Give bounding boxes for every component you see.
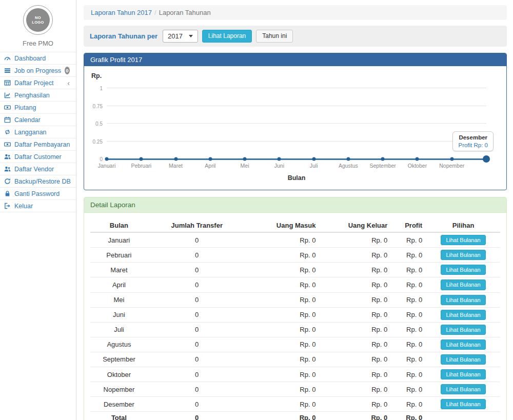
data-point-juli[interactable] <box>312 157 315 161</box>
table-cell: Rp. 0 <box>391 397 426 412</box>
y-tick-label: 0.75 <box>87 103 103 109</box>
lihat-bulanan-button[interactable]: Lihat Bulanan <box>441 354 485 365</box>
y-tick-label: 1 <box>87 86 103 91</box>
sidebar-item-label: Dashboard <box>14 55 46 62</box>
y-tick-label: 0.5 <box>87 121 103 127</box>
sidebar-item-label: Daftar Pembayaran <box>14 141 70 148</box>
data-point-september[interactable] <box>381 157 385 161</box>
lihat-bulanan-button[interactable]: Lihat Bulanan <box>441 310 485 320</box>
data-point-agustus[interactable] <box>346 157 350 161</box>
data-point-nopember[interactable] <box>450 157 453 161</box>
table-cell: Rp. 0 <box>391 232 426 248</box>
sidebar-item-langganan[interactable]: Langganan <box>0 126 76 138</box>
lihat-bulanan-button[interactable]: Lihat Bulanan <box>441 250 485 260</box>
table-cell: Rp. 0 <box>246 232 320 248</box>
table-cell: 0 <box>148 248 246 263</box>
detail-laporan-panel: Detail Laporan BulanJumlah TransferUang … <box>84 197 507 420</box>
table-cell: Rp. 0 <box>246 292 320 307</box>
report-table-body: BulanJumlah TransferUang MasukUang Kelua… <box>84 213 506 420</box>
sidebar-item-label: Daftar Project <box>14 79 53 87</box>
sidebar-item-label: Penghasilan <box>14 92 50 99</box>
table-cell-action: Lihat Bulanan <box>426 367 500 382</box>
gridline <box>107 88 486 88</box>
table-cell: Rp. 0 <box>320 232 391 248</box>
sidebar-item-backup-restore-db[interactable]: Backup/Restore DB <box>0 175 76 188</box>
sidebar-item-daftar-customer[interactable]: Daftar Customer <box>0 151 76 163</box>
lihat-bulanan-button[interactable]: Lihat Bulanan <box>441 265 485 275</box>
table-cell: Rp. 0 <box>246 263 320 277</box>
tooltip-value: Profit Rp: 0 <box>458 142 488 148</box>
x-tick-label: Januari <box>98 163 115 169</box>
table-cell: Agustus <box>90 337 148 352</box>
table-cell: Rp. 0 <box>320 397 391 412</box>
table-cell: Rp. 0 <box>320 352 391 367</box>
lihat-bulanan-button[interactable]: Lihat Bulanan <box>441 235 485 245</box>
data-point-pebruari[interactable] <box>140 157 143 161</box>
lihat-bulanan-button[interactable]: Lihat Bulanan <box>441 339 485 350</box>
table-cell: Pebruari <box>90 248 148 263</box>
lihat-bulanan-button[interactable]: Lihat Bulanan <box>441 325 485 335</box>
table-cell: Rp. 0 <box>320 263 391 277</box>
series-line <box>107 158 486 160</box>
table-cell: Rp. 0 <box>391 337 426 352</box>
table-cell: Rp. 0 <box>391 352 426 367</box>
sidebar-item-daftar-vendor[interactable]: Daftar Vendor <box>0 163 76 175</box>
tasks-icon <box>4 67 11 74</box>
table-row-desember: Desember0Rp. 0Rp. 0Rp. 0Lihat Bulanan <box>90 397 500 412</box>
data-point-juni[interactable] <box>278 157 281 161</box>
data-point-januari[interactable] <box>105 157 109 161</box>
lihat-bulanan-button[interactable]: Lihat Bulanan <box>441 384 485 394</box>
table-cell: 0 <box>148 322 246 337</box>
chevron-left-icon: ‹ <box>67 79 70 87</box>
sidebar-item-label: Piutang <box>14 104 36 111</box>
table-cell-action: Lihat Bulanan <box>426 292 500 307</box>
sidebar-item-keluar[interactable]: Keluar <box>0 200 76 212</box>
chart-tooltip: Desember Profit Rp: 0 <box>452 131 494 151</box>
report-toolbar: Laporan Tahunan per 2017 Lihat Laporan T… <box>84 26 507 47</box>
table-cell: 0 <box>148 352 246 367</box>
sidebar-item-penghasilan[interactable]: Penghasilan <box>0 89 76 102</box>
sidebar-item-dashboard[interactable]: Dashboard <box>0 52 76 65</box>
sidebar-item-daftar-pembayaran[interactable]: Daftar Pembayaran <box>0 138 76 151</box>
breadcrumb-parent-link[interactable]: Laporan Tahun 2017 <box>91 9 152 16</box>
data-point-oktober[interactable] <box>416 157 419 161</box>
data-point-april[interactable] <box>208 157 212 161</box>
chart-panel-title: Grafik Profit 2017 <box>84 53 506 66</box>
y-tick-label: 0 <box>87 156 103 162</box>
lihat-bulanan-button[interactable]: Lihat Bulanan <box>441 369 485 379</box>
gridline <box>107 123 486 124</box>
x-tick-label: Oktober <box>408 163 427 169</box>
data-point-maret[interactable] <box>174 157 177 161</box>
table-cell: Rp. 0 <box>246 397 320 412</box>
table-row-maret: Maret0Rp. 0Rp. 0Rp. 0Lihat Bulanan <box>90 263 500 277</box>
year-select[interactable]: 2017 <box>163 30 198 43</box>
toolbar-label: Laporan Tahunan per <box>90 32 157 40</box>
data-point-mei[interactable] <box>243 157 247 161</box>
table-cell: 0 <box>148 367 246 382</box>
table-cell: Rp. 0 <box>320 322 391 337</box>
sidebar-item-label: Daftar Customer <box>14 153 62 161</box>
lihat-bulanan-button[interactable]: Lihat Bulanan <box>441 399 485 409</box>
lihat-laporan-button[interactable]: Lihat Laporan <box>202 30 252 43</box>
table-cell: Rp. 0 <box>320 367 391 382</box>
table-cell: Rp. 0 <box>246 322 320 337</box>
sidebar-item-job-on-progress[interactable]: Job on Progress0 <box>0 65 76 77</box>
table-cell-action: Lihat Bulanan <box>426 382 500 397</box>
table-row-nopember: Nopember0Rp. 0Rp. 0Rp. 0Lihat Bulanan <box>90 382 500 397</box>
sidebar-item-label: Keluar <box>14 203 33 210</box>
sidebar-item-daftar-project[interactable]: Daftar Project‹ <box>0 77 76 89</box>
lock-icon <box>4 190 11 197</box>
table-cell-action: Lihat Bulanan <box>426 248 500 263</box>
lihat-bulanan-button[interactable]: Lihat Bulanan <box>441 279 485 290</box>
y-tick-label: 0.25 <box>87 138 103 144</box>
total-cell: Total <box>90 412 148 420</box>
table-cell: Rp. 0 <box>246 277 320 292</box>
sidebar-item-ganti-password[interactable]: Ganti Password <box>0 188 76 200</box>
sidebar-item-piutang[interactable]: Piutang <box>0 102 76 114</box>
tahun-ini-button[interactable]: Tahun ini <box>256 30 293 43</box>
sidebar-nav: DashboardJob on Progress0Daftar Project‹… <box>0 52 76 212</box>
lihat-bulanan-button[interactable]: Lihat Bulanan <box>441 295 485 305</box>
data-point-desember[interactable] <box>483 155 490 163</box>
table-row-total: Total0Rp. 0Rp. 0Rp. 0 <box>90 412 500 420</box>
sidebar-item-calendar[interactable]: Calendar <box>0 114 76 126</box>
